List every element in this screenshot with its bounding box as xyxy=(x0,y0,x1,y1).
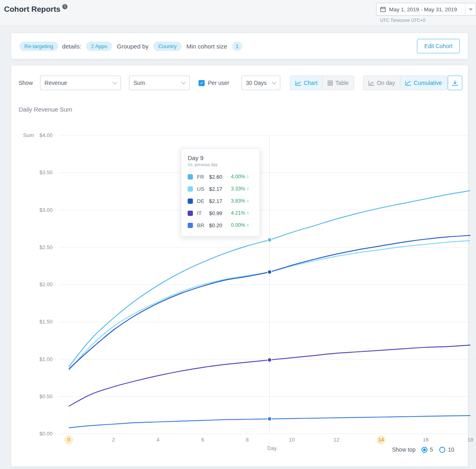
table-view-label: Table xyxy=(335,80,349,86)
svg-text:$4.00: $4.00 xyxy=(39,132,53,138)
on-day-chart-icon xyxy=(368,80,374,86)
svg-text:$3.50: $3.50 xyxy=(39,169,53,175)
grouped-by-label: Grouped by xyxy=(117,43,148,50)
chart-tooltip: Day 9 Vs. previous day FR $2.60 4.00% ↑ … xyxy=(181,148,260,237)
tooltip-row: IT $0.99 4.21% ↑ xyxy=(188,207,253,219)
days-select[interactable]: 30 Days xyxy=(241,76,280,90)
svg-text:12: 12 xyxy=(334,437,339,443)
svg-text:$1.00: $1.00 xyxy=(39,356,53,362)
tooltip-subtitle: Vs. previous day xyxy=(188,163,253,167)
page-title: Cohort Reportsi xyxy=(4,5,68,14)
date-range-picker[interactable]: May 1, 2019 - May 31, 2019 xyxy=(376,3,476,16)
chart-card: Show Revenue Sum ✓ Per user 30 Days Char… xyxy=(11,65,468,467)
svg-text:10: 10 xyxy=(289,437,294,443)
show-top-10-label: 10 xyxy=(448,446,454,453)
series-change: 3.83% xyxy=(231,198,245,204)
series-swatch xyxy=(188,174,193,180)
series-change: 4.00% xyxy=(231,174,245,180)
chevron-down-icon xyxy=(181,80,186,84)
on-day-button[interactable]: On day xyxy=(364,76,400,90)
series-value: $2.60 xyxy=(209,174,228,180)
series-swatch xyxy=(188,186,193,192)
up-arrow-icon: ↑ xyxy=(246,186,249,192)
chevron-down-icon xyxy=(272,80,276,84)
chart-view-label: Chart xyxy=(304,80,317,86)
cohort-type-pill[interactable]: Re-targeting xyxy=(19,42,58,51)
series-code: FR xyxy=(197,174,209,180)
series-swatch xyxy=(188,211,193,216)
table-view-button[interactable]: Table xyxy=(322,76,353,90)
svg-text:$3.00: $3.00 xyxy=(39,207,53,213)
show-label: Show xyxy=(19,80,33,86)
metric-select[interactable]: Revenue xyxy=(40,76,121,90)
series-change: 4.21% xyxy=(231,210,245,216)
tooltip-title: Day 9 xyxy=(188,154,253,161)
series-swatch xyxy=(188,199,193,204)
svg-text:Sum: Sum xyxy=(23,132,34,138)
svg-text:Day: Day xyxy=(267,445,277,451)
svg-text:2: 2 xyxy=(112,437,115,443)
view-toggle: Chart Table xyxy=(290,76,354,90)
svg-text:8: 8 xyxy=(246,437,249,443)
edit-cohort-button[interactable]: Edit Cohort xyxy=(417,39,460,53)
series-value: $0.20 xyxy=(209,222,228,228)
tooltip-row: BR $0.20 0.00% ↑ xyxy=(188,219,253,231)
cumulative-chart-icon xyxy=(405,80,411,86)
cumulative-label: Cumulative xyxy=(414,80,442,86)
series-value: $0.99 xyxy=(209,210,228,216)
svg-text:14: 14 xyxy=(378,437,384,443)
table-grid-icon xyxy=(328,80,333,86)
days-select-value: 30 Days xyxy=(246,80,267,86)
up-arrow-icon: ↑ xyxy=(246,198,249,204)
show-top-label: Show top xyxy=(392,446,415,453)
series-swatch xyxy=(188,223,193,228)
mode-toggle: On day Cumulative xyxy=(363,76,447,90)
top-header: Cohort Reportsi May 1, 2019 - May 31, 20… xyxy=(0,0,476,26)
up-arrow-icon: ↑ xyxy=(246,174,249,180)
aggregation-select-value: Sum xyxy=(133,80,145,86)
svg-text:6: 6 xyxy=(201,437,204,443)
series-change: 3.33% xyxy=(231,186,245,192)
page-title-text: Cohort Reports xyxy=(4,5,60,13)
date-range-value: May 1, 2019 - May 31, 2019 xyxy=(389,6,465,13)
per-user-checkbox[interactable]: ✓ Per user xyxy=(199,80,229,86)
svg-text:0: 0 xyxy=(67,437,70,443)
series-marker-FR xyxy=(268,238,272,242)
svg-text:$2.00: $2.00 xyxy=(39,281,53,287)
show-top-5-radio[interactable] xyxy=(421,447,427,453)
series-code: DE xyxy=(197,198,209,204)
svg-text:16: 16 xyxy=(423,437,428,443)
download-icon xyxy=(452,80,458,86)
series-code: IT xyxy=(197,210,209,216)
cumulative-button[interactable]: Cumulative xyxy=(400,76,447,90)
aggregation-select[interactable]: Sum xyxy=(129,76,190,90)
info-icon[interactable]: i xyxy=(62,4,68,9)
show-top-control: Show top 5 10 xyxy=(392,446,461,453)
up-arrow-icon: ↑ xyxy=(246,210,249,216)
metric-select-value: Revenue xyxy=(44,80,67,86)
chart-view-button[interactable]: Chart xyxy=(290,76,322,90)
details-label: details: xyxy=(62,43,82,50)
svg-text:$1.50: $1.50 xyxy=(39,319,53,325)
calendar-icon xyxy=(380,6,386,12)
tooltip-row: US $2.17 3.33% ↑ xyxy=(188,183,253,195)
cohort-summary-bar: Re-targeting details: 2 Apps Grouped by … xyxy=(11,33,468,59)
series-value: $2.17 xyxy=(209,198,228,204)
show-top-10-radio[interactable] xyxy=(439,447,445,453)
per-user-label: Per user xyxy=(208,80,229,86)
svg-text:18: 18 xyxy=(468,437,473,443)
tooltip-row: DE $2.17 3.83% ↑ xyxy=(188,195,253,207)
chevron-down-icon xyxy=(465,3,476,15)
checkbox-check-icon: ✓ xyxy=(199,80,205,86)
apps-pill[interactable]: 2 Apps xyxy=(86,42,112,51)
svg-text:4: 4 xyxy=(157,437,159,443)
download-button[interactable] xyxy=(448,76,462,90)
series-change: 0.00% xyxy=(231,222,245,228)
series-code: US xyxy=(197,186,209,192)
line-chart-icon xyxy=(295,80,301,86)
show-top-5-label: 5 xyxy=(430,446,433,453)
series-marker-IT xyxy=(268,358,272,362)
tooltip-row: FR $2.60 4.00% ↑ xyxy=(188,171,253,183)
group-pill[interactable]: Country xyxy=(153,42,182,51)
series-marker-DE xyxy=(268,270,272,274)
